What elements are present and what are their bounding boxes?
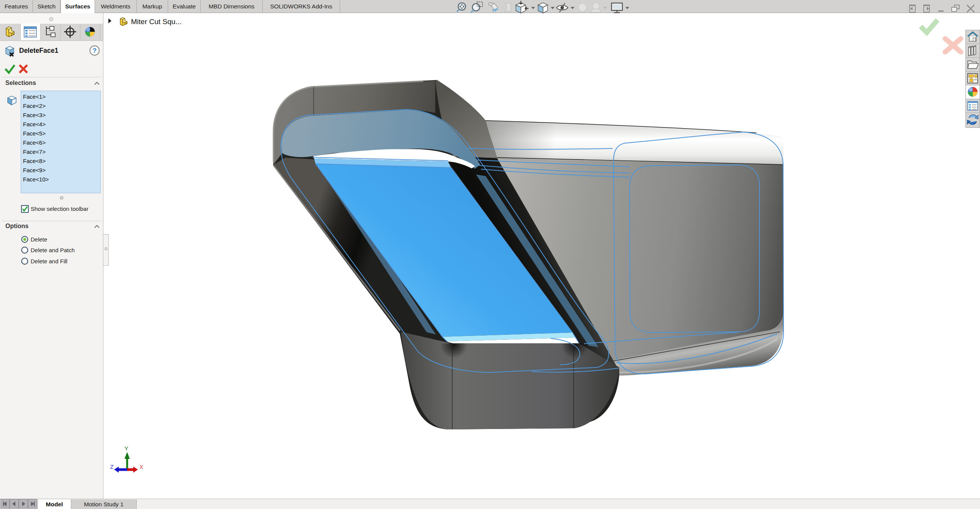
svg-text:?: ? bbox=[93, 47, 97, 54]
svg-text:Z: Z bbox=[110, 463, 113, 470]
svg-text:X: X bbox=[139, 463, 143, 470]
svg-text:Y: Y bbox=[124, 445, 128, 452]
